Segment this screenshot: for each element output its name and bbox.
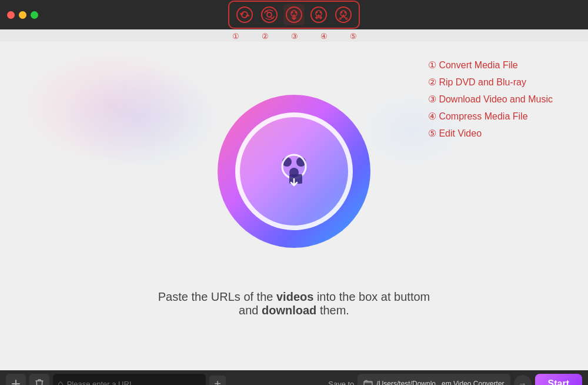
svg-point-2	[267, 12, 272, 17]
toolbar-num-1: ①	[223, 32, 249, 41]
svg-point-12	[318, 15, 320, 16]
svg-point-0	[237, 7, 252, 22]
instructions-line2: and download them.	[158, 304, 430, 317]
svg-point-11	[320, 12, 322, 14]
url-add-button[interactable]: +	[209, 376, 226, 385]
edit-video-tab[interactable]	[333, 4, 354, 25]
save-to-label: Save to	[328, 380, 354, 386]
url-input-wrapper: ⌂	[53, 374, 206, 385]
download-video-tab[interactable]	[283, 4, 305, 25]
save-path-text: /Users/test/Downlo...em Video Converter	[376, 380, 504, 385]
url-input[interactable]	[67, 380, 185, 386]
compress-media-tab[interactable]	[308, 4, 329, 25]
feature-item-4: ④ Compress Media File	[428, 111, 553, 122]
bottom-bar: ⌂ + Save to /Users/test/Downlo...em Vide…	[0, 370, 588, 385]
app-logo	[218, 95, 370, 248]
svg-point-18	[339, 18, 341, 20]
instructions-line1: Paste the URLs of the videos into the bo…	[158, 290, 430, 303]
toolbar-num-5: ⑤	[340, 32, 366, 41]
delete-button[interactable]	[29, 374, 49, 385]
svg-point-7	[293, 15, 295, 16]
svg-rect-27	[364, 381, 372, 385]
titlebar	[0, 0, 588, 29]
svg-point-5	[292, 12, 293, 14]
path-arrow-button[interactable]: →	[514, 375, 532, 385]
home-icon: ⌂	[58, 379, 64, 385]
maximize-button[interactable]	[31, 11, 38, 19]
svg-point-1	[262, 7, 277, 22]
close-button[interactable]	[7, 11, 15, 19]
toolbar-num-3: ③	[282, 32, 308, 41]
svg-point-15	[341, 12, 343, 14]
toolbar-num-2: ②	[252, 32, 278, 41]
feature-item-1: ① Convert Media File	[428, 59, 553, 71]
svg-point-10	[316, 12, 318, 14]
svg-point-17	[343, 15, 345, 16]
traffic-lights	[7, 11, 38, 19]
feature-list: ① Convert Media File ② Rip DVD and Blu-r…	[428, 59, 553, 139]
instructions-text: Paste the URLs of the videos into the bo…	[158, 290, 430, 317]
feature-item-2: ② Rip DVD and Blu-ray	[428, 77, 553, 88]
minimize-button[interactable]	[19, 11, 26, 19]
add-url-button[interactable]	[6, 374, 26, 385]
convert-media-tab[interactable]	[234, 4, 255, 25]
svg-point-6	[295, 12, 297, 14]
bg-blob-2	[59, 65, 223, 171]
toolbar-num-4: ④	[311, 32, 337, 41]
main-content: ① Convert Media File ② Rip DVD and Blu-r…	[0, 42, 588, 370]
save-path-button[interactable]: /Users/test/Downlo...em Video Converter	[358, 374, 510, 385]
svg-point-19	[346, 18, 348, 20]
feature-item-5: ⑤ Edit Video	[428, 128, 553, 139]
rip-dvd-tab[interactable]	[259, 4, 280, 25]
feature-item-3: ③ Download Video and Music	[428, 94, 553, 105]
start-button[interactable]: Start	[535, 374, 582, 385]
svg-point-16	[345, 12, 346, 14]
toolbar-icons-container	[228, 1, 360, 29]
